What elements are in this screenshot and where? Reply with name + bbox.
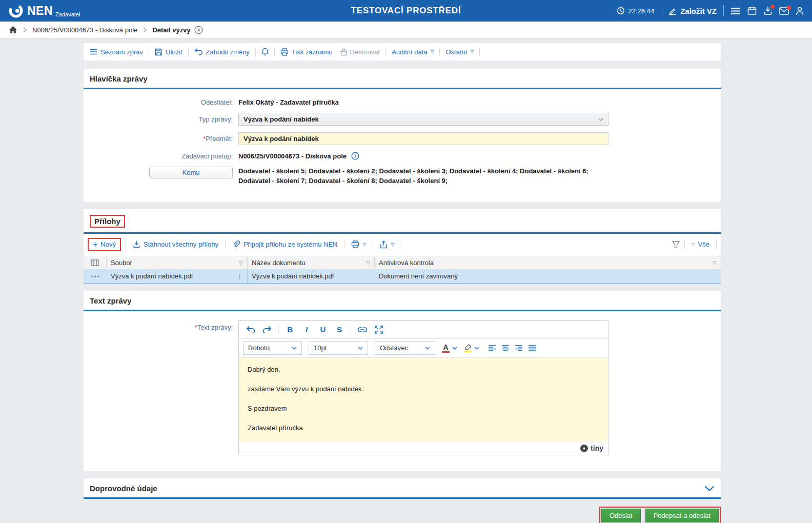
column-header-file[interactable]: Soubor ▽ (107, 256, 248, 269)
session-clock: 22:26:44 (617, 7, 655, 15)
fullscreen-button[interactable] (371, 324, 387, 336)
dropdown-triangle-icon: ▽ (431, 50, 434, 54)
toolbar-separator (126, 240, 126, 249)
message-type-select[interactable]: Výzva k podání nabídek (238, 113, 608, 126)
downloads-button[interactable] (763, 6, 773, 15)
column-header-document-name[interactable]: Název dokumentu ▽ (248, 256, 375, 269)
strikethrough-button[interactable]: S (332, 324, 347, 336)
nen-brand[interactable]: NEN Zadavatel (8, 3, 80, 18)
info-icon[interactable] (351, 152, 359, 160)
align-left-button[interactable] (488, 345, 496, 352)
font-family-value: Roboto (248, 344, 270, 352)
topbar-separator (661, 5, 661, 16)
recipients-button[interactable]: Komu (149, 167, 233, 178)
redo-button[interactable] (259, 324, 275, 336)
column-chooser-button[interactable] (84, 256, 107, 269)
download-all-label: Stáhnout všechny přílohy (144, 240, 218, 248)
breadcrumb-current: Detail výzvy (152, 26, 190, 34)
link-button[interactable] (355, 324, 370, 336)
export-attachment-button[interactable]: ▽ (378, 240, 396, 249)
font-family-select[interactable]: Roboto (243, 341, 302, 355)
sign-and-send-button[interactable]: Podepsat a odeslat (645, 509, 719, 522)
discard-changes-button[interactable]: Zahodit změny (192, 48, 252, 56)
text-color-button[interactable]: A (442, 344, 457, 353)
message-list-button[interactable]: Seznam zpráv (88, 48, 145, 56)
user-profile-button[interactable] (796, 7, 804, 15)
other-actions-button[interactable]: Ostatní ▽ (443, 48, 476, 56)
align-justify-button[interactable] (528, 345, 536, 352)
row-menu-button[interactable] (84, 270, 107, 283)
section-divider (84, 497, 721, 499)
print-record-button[interactable]: Tisk záznamu (278, 48, 335, 56)
calendar-icon (747, 6, 757, 15)
cell-file: Výzva k podání nabídek.pdf ⋮ (107, 270, 248, 283)
messages-button[interactable] (779, 7, 789, 15)
form-row-sender: Odesílatel: Felix Okátý - Zadavatel přír… (90, 98, 715, 106)
save-button[interactable]: Uložit (153, 48, 185, 56)
breadcrumb-procedure[interactable]: N006/25/V00004673 - Disková pole (32, 26, 137, 34)
block-format-value: Odstavec (380, 344, 408, 352)
font-size-select[interactable]: 10pt (309, 341, 368, 355)
editor-content[interactable]: Dobrý den, zasíláme Vám výzvu k podání n… (239, 358, 608, 442)
home-button[interactable] (9, 26, 17, 34)
attachments-toolbar: + Nový Stáhnout všechny přílohy Připojit… (84, 234, 721, 256)
font-size-value: 10pt (314, 344, 327, 352)
section-message-header: Hlavička zprávy Odesílatel: Felix Okátý … (84, 69, 721, 202)
tinymce-logo-icon (580, 445, 588, 452)
send-button[interactable]: Odeslat (601, 509, 641, 522)
create-vz-button[interactable]: Založit VZ (668, 7, 717, 15)
subject-input[interactable]: Výzva k podání nabídek (238, 132, 608, 145)
chevron-down-icon (474, 347, 479, 350)
close-tab-icon[interactable] (194, 26, 203, 34)
antivirus-status: Dokument není zavirovaný (379, 272, 458, 280)
attachments-table-header: Soubor ▽ Název dokumentu ▽ Antivirová ko… (84, 256, 721, 270)
chevron-right-icon (23, 27, 27, 33)
filter-funnel-button[interactable] (672, 241, 680, 248)
procedure-label: Zadávací postup: (90, 152, 238, 160)
highlight-color-button[interactable] (464, 344, 479, 352)
chevron-right-icon (143, 27, 147, 33)
editor-paragraph: zasíláme Vám výzvu k podání nabídek. (248, 385, 599, 393)
column-filter-icon[interactable]: ▽ (239, 260, 243, 266)
chevron-down-icon (598, 118, 603, 121)
tinymce-brand-label[interactable]: tiny (591, 444, 603, 452)
breadcrumb-current-tab[interactable]: Detail výzvy (152, 26, 202, 34)
attach-from-nen-button[interactable]: Připojit přílohu ze systému NEN (230, 240, 340, 249)
attach-icon (232, 240, 240, 249)
notification-badge (770, 5, 775, 9)
block-format-select[interactable]: Odstavec (375, 341, 435, 355)
italic-button[interactable]: I (299, 324, 314, 336)
bold-button[interactable]: B (282, 324, 298, 336)
column-filter-icon[interactable]: ▽ (366, 260, 370, 266)
notifications-button[interactable] (259, 48, 271, 56)
audit-data-button[interactable]: Auditní data ▽ (390, 48, 436, 56)
attachment-table-row[interactable]: Výzva k podání nabídek.pdf ⋮ Výzva k pod… (84, 270, 721, 284)
environment-title: TESTOVACÍ PROSTŘEDÍ (351, 6, 461, 16)
show-all-filter-button[interactable]: ▽ Vše (689, 240, 712, 248)
message-text-form: *Text zprávy: B I U S (84, 311, 721, 463)
editor-paragraph: Dobrý den, (248, 366, 599, 373)
kebab-menu-icon[interactable]: ⋮ (236, 272, 243, 280)
toolbar-separator (373, 240, 373, 249)
undo-button[interactable] (243, 324, 258, 336)
bell-icon (261, 48, 269, 56)
toolbar-separator (401, 240, 401, 249)
show-all-label: Vše (698, 240, 709, 248)
printer-icon (280, 48, 289, 56)
calendar-button[interactable] (747, 6, 757, 15)
decrypt-button[interactable]: Dešifrovat (338, 48, 382, 56)
save-icon (155, 48, 163, 56)
column-header-antivirus[interactable]: Antivirová kontrola ▽ (375, 256, 721, 269)
column-filter-icon[interactable]: ▽ (713, 260, 717, 266)
new-attachment-button[interactable]: + Nový (88, 238, 121, 251)
other-actions-label: Ostatní (445, 48, 467, 56)
chevron-down-icon[interactable] (704, 486, 715, 491)
toolbar-separator (274, 48, 275, 56)
download-all-attachments-button[interactable]: Stáhnout všechny přílohy (131, 240, 220, 248)
underline-button[interactable]: U (315, 324, 331, 336)
align-center-button[interactable] (501, 345, 510, 352)
print-attachment-button[interactable]: ▽ (349, 240, 368, 248)
align-right-button[interactable] (515, 345, 523, 352)
menu-button[interactable] (730, 7, 741, 15)
collapsible-section-header[interactable]: Doprovodné údaje (84, 478, 721, 497)
